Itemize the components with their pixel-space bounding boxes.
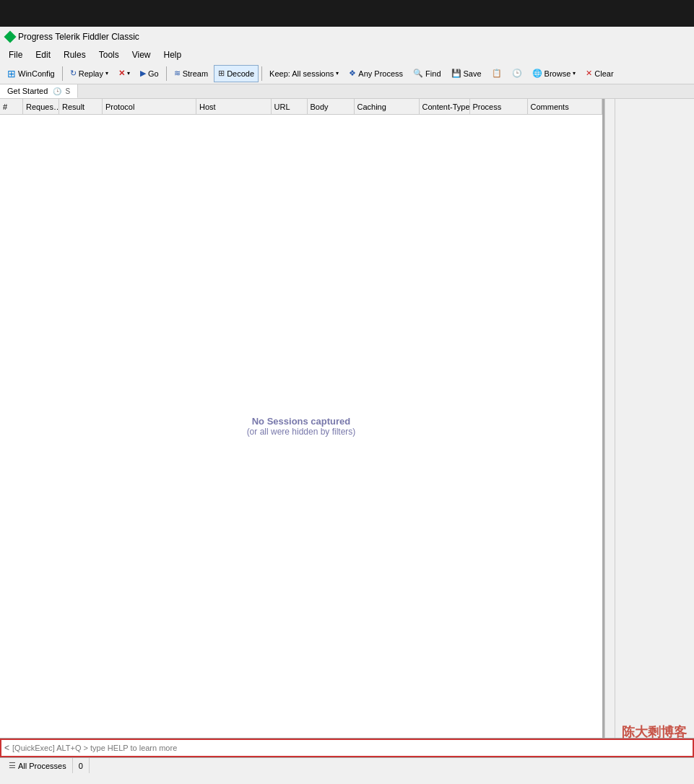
browse-icon: 🌐 xyxy=(532,69,542,78)
clear-label: Clear xyxy=(594,69,613,78)
keep-button[interactable]: Keep: All sessions ▾ xyxy=(265,65,343,82)
tab-strip: Get Started 🕒 S xyxy=(0,84,694,99)
icon2: 🕒 xyxy=(512,69,522,78)
menu-file[interactable]: File xyxy=(3,48,28,61)
decode-label: Decode xyxy=(227,69,254,78)
process-icon: ☰ xyxy=(9,761,16,770)
find-label: Find xyxy=(425,69,441,78)
browse-label: Browse xyxy=(545,69,571,78)
column-headers: # Reques… Result Protocol Host URL Body … xyxy=(0,99,602,115)
sessions-empty-line2: (or all were hidden by filters) xyxy=(247,427,356,437)
status-process-item[interactable]: ☰ All Processes xyxy=(3,758,73,773)
browse-dropdown[interactable]: ▾ xyxy=(573,70,576,77)
process-label: All Processes xyxy=(18,762,66,770)
quickexec-input[interactable] xyxy=(12,744,690,752)
menu-tools[interactable]: Tools xyxy=(93,48,125,61)
status-bar: ☰ All Processes 0 xyxy=(0,757,694,773)
find-button[interactable]: 🔍 Find xyxy=(409,65,445,82)
col-content-type[interactable]: Content-Type xyxy=(420,99,470,114)
bottom-area: < ☰ All Processes 0 xyxy=(0,738,694,773)
col-host[interactable]: Host xyxy=(196,99,272,114)
sep1 xyxy=(62,66,63,81)
menu-edit[interactable]: Edit xyxy=(30,48,56,61)
app-icon xyxy=(4,31,17,43)
app-title: Progress Telerik Fiddler Classic xyxy=(18,32,139,42)
col-body[interactable]: Body xyxy=(308,99,355,114)
keep-label: Keep: All sessions xyxy=(269,69,334,78)
winconfig-label: WinConfig xyxy=(18,69,55,78)
sep2 xyxy=(166,66,167,81)
status-count-item: 0 xyxy=(73,758,90,773)
keep-dropdown[interactable]: ▾ xyxy=(336,70,339,77)
col-url[interactable]: URL xyxy=(272,99,308,114)
find-icon: 🔍 xyxy=(413,69,423,78)
icon-btn-1[interactable]: 📋 xyxy=(487,65,506,82)
stream-icon: ≋ xyxy=(174,69,181,78)
app-title-bar: Progress Telerik Fiddler Classic xyxy=(0,27,694,47)
menu-help[interactable]: Help xyxy=(158,48,188,61)
col-process[interactable]: Process xyxy=(470,99,528,114)
tab-clock-icon: 🕒 xyxy=(53,87,61,95)
icon1: 📋 xyxy=(492,69,502,78)
decode-icon: ⊞ xyxy=(218,69,225,78)
any-process-icon: ❖ xyxy=(349,69,356,78)
replay-button[interactable]: ↻ Replay ▾ xyxy=(66,65,113,82)
any-process-button[interactable]: ❖ Any Process xyxy=(344,65,407,82)
quickexec-bar[interactable]: < xyxy=(0,739,694,757)
stream-label: Stream xyxy=(183,69,208,78)
save-button[interactable]: 💾 Save xyxy=(447,65,486,82)
clear-icon: ✕ xyxy=(586,69,592,78)
sessions-empty: No Sessions captured (or all were hidden… xyxy=(0,115,602,738)
sessions-panel: # Reques… Result Protocol Host URL Body … xyxy=(0,99,604,738)
x-dropdown[interactable]: ▾ xyxy=(127,70,130,77)
replay-icon: ↻ xyxy=(70,69,77,78)
quickexec-arrow: < xyxy=(4,743,9,753)
go-icon: ▶ xyxy=(140,69,146,78)
col-result[interactable]: Reques… xyxy=(23,99,59,114)
icon-btn-2[interactable]: 🕒 xyxy=(508,65,526,82)
menu-rules[interactable]: Rules xyxy=(58,48,92,61)
tab-get-started-label: Get Started xyxy=(7,87,48,95)
sep3 xyxy=(261,66,262,81)
col-comments[interactable]: Comments xyxy=(528,99,603,114)
replay-dropdown[interactable]: ▾ xyxy=(105,70,108,77)
col-protocol[interactable]: Protocol xyxy=(103,99,196,114)
col-hash[interactable]: # xyxy=(0,99,23,114)
menu-bar: File Edit Rules Tools View Help xyxy=(0,47,694,63)
sessions-empty-line1: No Sessions captured xyxy=(252,416,351,427)
winconfig-button[interactable]: ⊞ WinConfig xyxy=(3,65,59,82)
winconfig-icon: ⊞ xyxy=(7,68,16,79)
go-label: Go xyxy=(148,69,159,78)
menu-view[interactable]: View xyxy=(126,48,157,61)
clear-button[interactable]: ✕ Clear xyxy=(581,65,617,82)
count-value: 0 xyxy=(79,762,83,770)
col-caching[interactable]: Caching xyxy=(355,99,420,114)
save-icon: 💾 xyxy=(451,69,461,78)
col-result-val[interactable]: Result xyxy=(59,99,103,114)
x-button[interactable]: ✕ ▾ xyxy=(114,65,134,82)
browse-button[interactable]: 🌐 Browse ▾ xyxy=(528,65,581,82)
replay-label: Replay xyxy=(79,69,103,78)
tab-get-started[interactable]: Get Started 🕒 S xyxy=(0,84,78,98)
tab-s-icon: S xyxy=(65,87,70,95)
vertical-scrollbar[interactable] xyxy=(604,99,615,738)
any-process-label: Any Process xyxy=(358,69,403,78)
x-icon: ✕ xyxy=(118,69,125,78)
decode-button[interactable]: ⊞ Decode xyxy=(214,65,259,82)
go-button[interactable]: ▶ Go xyxy=(136,65,163,82)
title-bar-black xyxy=(0,0,694,27)
toolbar: ⊞ WinConfig ↻ Replay ▾ ✕ ▾ ▶ Go ≋ Stream… xyxy=(0,63,694,84)
main-area: # Reques… Result Protocol Host URL Body … xyxy=(0,99,694,738)
right-panel xyxy=(615,99,694,738)
stream-button[interactable]: ≋ Stream xyxy=(170,65,212,82)
save-label: Save xyxy=(464,69,482,78)
